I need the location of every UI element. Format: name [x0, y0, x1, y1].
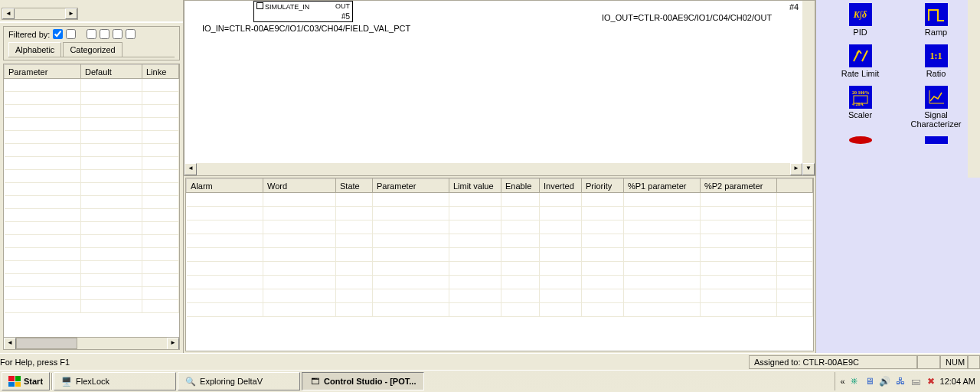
- filter-check-2[interactable]: [66, 29, 76, 39]
- filter-check-6[interactable]: [126, 29, 136, 39]
- palette-item-partial1[interactable]: [824, 136, 897, 144]
- palette-vscroll[interactable]: [968, 0, 980, 178]
- rate-limit-icon: [849, 44, 872, 67]
- table-row[interactable]: [5, 170, 179, 183]
- scroll-left-icon[interactable]: ◄: [2, 8, 15, 19]
- palette-scaler[interactable]: 20 100%4 20A Scaler: [824, 86, 897, 129]
- alarm-header-alarm[interactable]: Alarm: [187, 179, 263, 193]
- system-tray: « ⛯ 🖥 🔊 🖧 🖴 ✖ 12:04 AM: [835, 372, 980, 390]
- taskbar-separator: [51, 373, 53, 390]
- status-blank2: [968, 355, 980, 369]
- flexlock-icon: 🖥️: [60, 375, 73, 387]
- tray-icon-6[interactable]: ✖: [925, 375, 937, 387]
- partial-icon-2: [925, 136, 948, 144]
- param-header-linked[interactable]: Linke: [142, 65, 179, 79]
- partial-icon: [849, 136, 872, 144]
- palette-item-partial2[interactable]: [900, 136, 972, 144]
- table-row[interactable]: [187, 276, 813, 289]
- table-row[interactable]: [5, 118, 179, 131]
- alarm-header-p1[interactable]: %P1 parameter: [624, 179, 701, 193]
- alarm-header-priority[interactable]: Priority: [582, 179, 624, 193]
- table-row[interactable]: [5, 235, 179, 248]
- tray-icon-2[interactable]: 🖥: [864, 375, 876, 387]
- alarm-header-inverted[interactable]: Inverted: [540, 179, 582, 193]
- alarm-header-p2[interactable]: %P2 parameter: [701, 179, 777, 193]
- filter-check-5[interactable]: [113, 29, 122, 39]
- table-row[interactable]: [5, 222, 179, 235]
- control-studio-icon: 🗔: [309, 375, 321, 387]
- table-row[interactable]: [5, 300, 179, 313]
- table-row[interactable]: [5, 287, 179, 300]
- tray-icon-3[interactable]: 🔊: [879, 375, 891, 387]
- palette-signal-characterizer[interactable]: Signal Characterizer: [900, 86, 972, 129]
- io-out-label: IO_OUT=CTLR-00AE9C/IO1/C04/CH02/OUT: [602, 13, 772, 22]
- tray-icon-5[interactable]: 🖴: [910, 375, 922, 387]
- table-row[interactable]: [187, 262, 813, 276]
- palette-pid[interactable]: K∫δ PID: [824, 3, 897, 37]
- taskbar-clock[interactable]: 12:04 AM: [940, 377, 975, 386]
- task-control-studio[interactable]: 🗔 Control Studio - [POT...: [302, 372, 424, 390]
- canvas-scroll-down-icon[interactable]: ▼: [802, 163, 815, 175]
- alarm-header-blank[interactable]: [777, 179, 813, 193]
- table-row[interactable]: [5, 144, 179, 157]
- alarm-header-parameter[interactable]: Parameter: [373, 179, 449, 193]
- signal-characterizer-icon: [925, 86, 948, 109]
- param-header-parameter[interactable]: Parameter: [5, 65, 81, 79]
- tray-icon-1[interactable]: ⛯: [848, 375, 861, 387]
- table-row[interactable]: [5, 92, 179, 105]
- tray-expand-icon[interactable]: «: [840, 377, 844, 386]
- table-row[interactable]: [187, 234, 813, 248]
- table-row[interactable]: [187, 248, 813, 262]
- pid-icon: K∫δ: [849, 3, 872, 26]
- table-row[interactable]: [187, 289, 813, 303]
- windows-logo-icon: [8, 376, 21, 387]
- filter-check-1[interactable]: [53, 29, 63, 39]
- diagram-canvas[interactable]: SIMULATE_IN OUT #5 #4 IO_IN=CTLR-00AE9C/…: [184, 0, 815, 176]
- start-button[interactable]: Start: [2, 372, 50, 390]
- alarm-header-state[interactable]: State: [336, 179, 373, 193]
- tab-categorized[interactable]: Categorized: [63, 42, 122, 57]
- table-row[interactable]: [5, 196, 179, 209]
- param-scroll-left-icon[interactable]: ◄: [4, 338, 16, 350]
- palette-rate-limit[interactable]: Rate Limit: [824, 44, 897, 78]
- canvas-scroll-left-icon[interactable]: ◄: [185, 163, 197, 175]
- alarm-header-word[interactable]: Word: [263, 179, 336, 193]
- canvas-vscroll[interactable]: ▼: [802, 1, 815, 175]
- table-row[interactable]: [5, 248, 179, 261]
- tab-alphabetic[interactable]: Alphabetic: [8, 42, 61, 57]
- table-row[interactable]: [5, 209, 179, 222]
- table-row[interactable]: [5, 105, 179, 118]
- table-row[interactable]: [187, 207, 813, 220]
- table-row[interactable]: [5, 274, 179, 287]
- fb-out-label: OUT: [335, 2, 350, 11]
- task-control-studio-label: Control Studio - [POT...: [324, 377, 416, 386]
- task-flexlock[interactable]: 🖥️ FlexLock: [54, 372, 176, 390]
- table-row[interactable]: [187, 220, 813, 234]
- table-row[interactable]: [5, 183, 179, 196]
- table-row[interactable]: [187, 303, 813, 317]
- left-panel: ◄ ► Filtered by: Alphabetic Categorized: [0, 0, 184, 353]
- filter-check-4[interactable]: [100, 29, 109, 39]
- table-row[interactable]: [5, 79, 179, 92]
- table-row[interactable]: [5, 261, 179, 274]
- tray-icon-4[interactable]: 🖧: [894, 375, 906, 387]
- alarm-header-limit[interactable]: Limit value: [449, 179, 501, 193]
- task-flexlock-label: FlexLock: [76, 377, 109, 386]
- ramp-icon: [925, 3, 948, 26]
- canvas-hscroll[interactable]: ◄ ►: [185, 163, 802, 175]
- alarm-header-enable[interactable]: Enable: [501, 179, 540, 193]
- param-scroll-thumb[interactable]: [16, 338, 77, 349]
- table-row[interactable]: [5, 157, 179, 170]
- function-block[interactable]: SIMULATE_IN OUT #5: [253, 1, 353, 22]
- filter-check-3[interactable]: [87, 29, 96, 39]
- task-exploring-deltav[interactable]: 🔍 Exploring DeltaV: [178, 372, 300, 390]
- palette-ramp[interactable]: Ramp: [900, 3, 972, 37]
- param-scroll-right-icon[interactable]: ►: [167, 338, 179, 350]
- tree-hscrollbar[interactable]: ◄ ►: [2, 8, 78, 20]
- canvas-scroll-right-icon[interactable]: ►: [790, 163, 802, 175]
- table-row[interactable]: [5, 131, 179, 144]
- param-header-default[interactable]: Default: [81, 65, 142, 79]
- scroll-right-icon[interactable]: ►: [65, 8, 77, 19]
- palette-ratio[interactable]: 1:1 Ratio: [900, 44, 972, 78]
- table-row[interactable]: [187, 193, 813, 207]
